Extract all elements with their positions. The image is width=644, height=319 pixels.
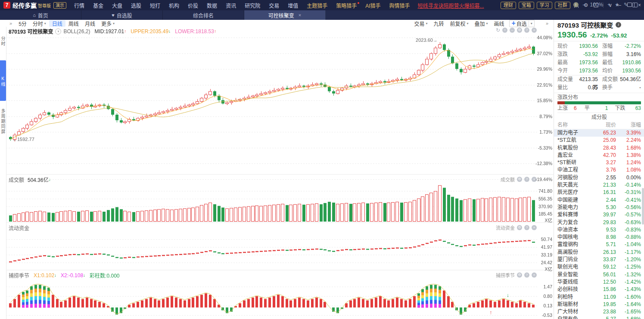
- column-header-涨幅[interactable]: 涨幅: [616, 121, 641, 129]
- collapse-chevrons-icon[interactable]: »: [9, 21, 12, 26]
- edit-pencil-icon[interactable]: ✎: [624, 2, 628, 8]
- menu-item-AI猎手[interactable]: AI猎手: [361, 2, 385, 9]
- quick-button-宝箱[interactable]: 宝箱: [519, 2, 534, 9]
- tab-自选股[interactable]: ♥自选股: [81, 10, 163, 20]
- tool-叠加[interactable]: 叠加▾: [471, 20, 491, 27]
- table-row[interactable]: 浙能电力5.30-0.56%: [554, 204, 644, 211]
- menu-item-舆情猎手[interactable]: 舆情猎手: [385, 2, 414, 9]
- table-row[interactable]: 爱科赛博39.97-0.57%: [554, 211, 644, 219]
- tool-前复权[interactable]: 前复权▾: [447, 20, 471, 27]
- panel-scrollbar[interactable]: [642, 188, 644, 225]
- pane-help-icon[interactable]: ?: [524, 272, 529, 278]
- table-row[interactable]: 华菱线缆12.50-1.42%: [554, 278, 644, 286]
- tab-可控核聚变[interactable]: 可控核聚变×: [244, 10, 326, 20]
- column-header-现价[interactable]: 现价: [592, 121, 616, 129]
- zoom-out-icon[interactable]: –: [510, 28, 515, 33]
- column-header-名称[interactable]: 名称: [557, 121, 592, 129]
- table-row[interactable]: 斯瑞新材19.85-1.64%: [554, 301, 644, 308]
- tool-九转[interactable]: 九转: [430, 20, 447, 27]
- tool-画线[interactable]: 画线: [491, 20, 507, 27]
- menu-item-资讯[interactable]: 资讯: [221, 2, 240, 9]
- main-axis-tick: 29.96%: [537, 66, 552, 72]
- period-月线[interactable]: 月线: [82, 20, 98, 27]
- menu-item-价投[interactable]: 价投: [184, 2, 202, 9]
- quick-button-社群[interactable]: 社群: [555, 2, 570, 9]
- layout-icon[interactable]: [632, 3, 638, 7]
- table-row[interactable]: 杭氧股份28.431.68%: [554, 144, 644, 152]
- sidebar-item-分时[interactable]: 分时: [0, 30, 6, 51]
- table-row[interactable]: 鑫宏业42.701.38%: [554, 152, 644, 159]
- pane-close-icon[interactable]: ×: [532, 272, 537, 278]
- zoom-out-button[interactable]: –: [583, 2, 586, 8]
- table-row[interactable]: 中国核电8.98-0.88%: [554, 234, 644, 241]
- pane-settings-icon[interactable]: ⚙: [517, 225, 522, 230]
- table-row[interactable]: 中油资本9.53-0.83%: [554, 226, 644, 234]
- menu-item-选股[interactable]: 选股: [127, 2, 146, 9]
- table-row[interactable]: 中油工程3.761.08%: [554, 166, 644, 174]
- table-row[interactable]: 广大特材23.88-1.65%: [554, 308, 644, 316]
- period-日线[interactable]: 日线: [49, 20, 65, 27]
- pane-close-icon[interactable]: ×: [532, 225, 537, 230]
- favorite-star-icon[interactable]: ★: [615, 2, 619, 8]
- quick-button-理财[interactable]: 理财: [501, 2, 516, 9]
- menu-item-大盘[interactable]: 大盘: [108, 2, 127, 9]
- table-row[interactable]: 富煌钢构5.71-1.04%: [554, 241, 644, 248]
- tab-综合排名[interactable]: 综合排名: [163, 10, 244, 20]
- pane-help-icon[interactable]: ?: [524, 225, 529, 230]
- period-5分[interactable]: 5分: [16, 20, 30, 27]
- alert-badge-icon[interactable]: !: [573, 2, 579, 7]
- menu-item-机构[interactable]: 机构: [165, 2, 184, 9]
- table-row[interactable]: 高澜股份26.13-1.17%: [554, 249, 644, 256]
- menu-item-策略猎手[interactable]: 策略猎手: [332, 2, 361, 9]
- menu-item-短打[interactable]: 短打: [146, 2, 165, 9]
- period-更多[interactable]: 更多▾: [98, 20, 118, 27]
- pane-close-icon[interactable]: ×: [532, 28, 537, 33]
- chart-tools: 交易▾九转前复权▾叠加▾画线+自选▾»: [411, 20, 552, 27]
- stock-change-percent: 1.24%: [616, 159, 641, 166]
- pane-help-icon[interactable]: ?: [524, 177, 529, 182]
- table-row[interactable]: 白银有色5.27-1.68%: [554, 316, 644, 319]
- tool-交易[interactable]: 交易▾: [411, 20, 430, 27]
- tab-close-icon[interactable]: ×: [299, 13, 301, 18]
- menu-items: 行情基金大盘选股短打机构价投数据资讯研究院交易增值主题猎手策略猎手AI猎手舆情猎…: [70, 2, 414, 9]
- table-row[interactable]: 河钢股份2.550.00%: [554, 174, 644, 181]
- indicator-dropdown-icon[interactable]: ▾: [55, 28, 61, 34]
- table-row[interactable]: 辰光医疗16.31-0.31%: [554, 189, 644, 196]
- table-row[interactable]: 国力电子65.233.39%: [554, 129, 644, 137]
- promo-link[interactable]: 短线寻龙诀陪跑营火爆招募...: [418, 2, 484, 9]
- info-icon[interactable]: i: [616, 22, 621, 28]
- table-row[interactable]: 中国能建2.44-0.41%: [554, 197, 644, 204]
- table-row[interactable]: 联创光电59.12-1.25%: [554, 263, 644, 271]
- period-周线[interactable]: 周线: [65, 20, 82, 27]
- zoom-in-icon[interactable]: +: [502, 28, 507, 33]
- table-row[interactable]: 天力复合29.83-0.63%: [554, 219, 644, 226]
- menu-item-增值[interactable]: 增值: [283, 2, 302, 9]
- menu-item-基金[interactable]: 基金: [89, 2, 108, 9]
- sidebar-item-K线[interactable]: K线: [0, 60, 6, 101]
- volume-axis-tick: 185.45: [538, 211, 552, 216]
- refresh-icon[interactable]: ↻: [496, 27, 500, 33]
- add-to-watchlist-button[interactable]: +自选▾: [509, 20, 535, 27]
- pane-help-icon[interactable]: ?: [524, 28, 529, 33]
- stock-price: 39.97: [592, 211, 616, 219]
- table-row[interactable]: 利柏特11.09-1.60%: [554, 294, 644, 301]
- table-row[interactable]: *ST立航25.092.24%: [554, 137, 644, 144]
- pane-settings-icon[interactable]: ⚙: [517, 28, 522, 33]
- pane-settings-icon[interactable]: ⚙: [517, 272, 522, 278]
- menu-item-研究院[interactable]: 研究院: [240, 2, 264, 9]
- table-row[interactable]: 必创科技15.86-1.43%: [554, 286, 644, 293]
- table-row[interactable]: 景业智能56.01-1.32%: [554, 271, 644, 278]
- zoom-in-button[interactable]: +: [607, 2, 610, 8]
- period-分时[interactable]: 分时▾: [30, 20, 49, 27]
- table-row[interactable]: *ST新研3.271.24%: [554, 159, 644, 166]
- pane-settings-icon[interactable]: ⚙: [517, 177, 522, 182]
- table-row[interactable]: 航天晨光21.33-0.14%: [554, 181, 644, 189]
- menu-item-交易[interactable]: 交易: [264, 2, 283, 9]
- menu-item-行情[interactable]: 行情: [70, 2, 89, 9]
- table-row[interactable]: 厦门钨业33.87-1.20%: [554, 256, 644, 263]
- menu-item-数据[interactable]: 数据: [202, 2, 221, 9]
- tab-首页[interactable]: ⌂首页: [0, 10, 81, 20]
- sidebar-item-多周期同屏[interactable]: 多周期同屏: [0, 101, 6, 141]
- stock-price: 21.33: [592, 181, 616, 189]
- menu-item-主题猎手[interactable]: 主题猎手: [302, 2, 332, 9]
